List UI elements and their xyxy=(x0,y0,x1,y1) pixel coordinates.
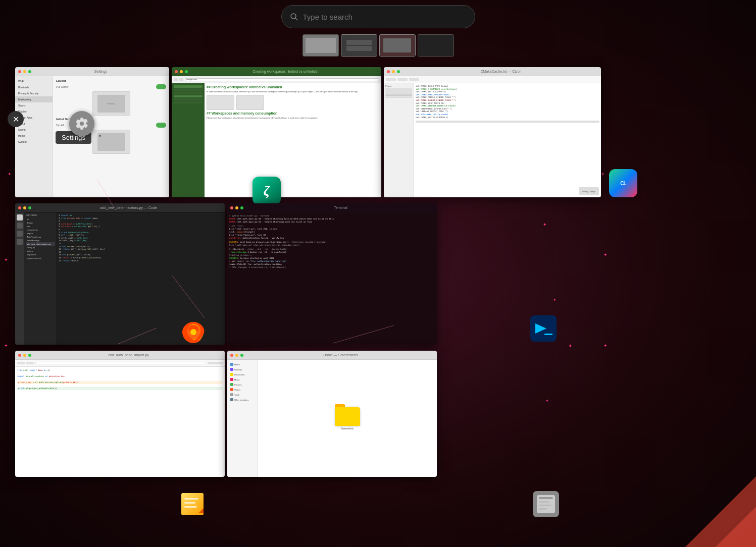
workspace-thumb-1[interactable] xyxy=(303,34,339,57)
settings-preview-image: Preview xyxy=(92,91,130,116)
ide-editor: set(CMAKE_BUILD_TYPE Debug) set(CMAKE_C_… xyxy=(414,83,601,197)
vscode-debug-icon xyxy=(17,239,23,245)
window-min-dot xyxy=(180,70,183,73)
window-min-dot xyxy=(392,70,395,73)
window-close-dot xyxy=(18,70,21,73)
settings-nav-bluetooth[interactable]: Bluetooth xyxy=(15,84,53,90)
powershell-app-icon[interactable] xyxy=(530,315,557,342)
docs-text-2: Please note that workspaces tabs that ar… xyxy=(207,117,379,120)
window-title-filemanager: Home — Screenshots xyxy=(247,353,434,357)
filemanager-trash[interactable]: Trash xyxy=(229,392,255,397)
settings-nav-multitasking[interactable]: Multitasking xyxy=(15,96,53,102)
windows-grid: Settings Wi-Fi Bluetooth Privacy & Secur… xyxy=(0,63,756,547)
window-min-dot xyxy=(23,206,26,209)
window-max-dot xyxy=(240,354,243,357)
vscode-activity-bar xyxy=(15,212,24,345)
window-title-settings: Settings xyxy=(35,70,166,73)
ide-bottom-bar: Debug Configs xyxy=(579,187,599,195)
window-max-dot xyxy=(28,354,31,357)
terminal-content: $ python test_runner.py --verbose ERROR … xyxy=(227,212,437,345)
settings-nav-privacy[interactable]: Privacy & Security xyxy=(15,90,53,96)
docs-image-2 xyxy=(236,95,264,110)
clion-icon-text: CL xyxy=(620,181,626,186)
settings-title: Layout xyxy=(56,79,166,82)
window-close-dot xyxy=(230,354,233,357)
vscode-explorer-icon xyxy=(17,214,23,221)
docs-heading-1: ## Creating workspaces: limited vs unlim… xyxy=(207,85,379,89)
workspace-thumb-4[interactable] xyxy=(418,34,454,57)
settings-nav-system[interactable]: System xyxy=(15,139,53,145)
window-close-dot xyxy=(230,206,233,209)
window-max-dot xyxy=(28,70,31,73)
window-terminal[interactable]: Terminal $ python test_runner.py --verbo… xyxy=(227,203,437,345)
filemanager-pictures[interactable]: Pictures xyxy=(229,382,255,387)
filemanager-desktop[interactable]: Desktop xyxy=(229,367,255,372)
filemanager-other[interactable]: Other Locations xyxy=(229,397,255,402)
filemanager-home[interactable]: Home xyxy=(229,362,255,367)
window-min-dot xyxy=(235,354,238,357)
window-filemanager[interactable]: Home — Screenshots Home Desktop Document… xyxy=(227,351,437,477)
docs-image-1 xyxy=(207,95,234,110)
filemanager-sidebar: Home Desktop Documents Music xyxy=(227,360,258,477)
filemanager-music[interactable]: Music xyxy=(229,377,255,382)
settings-toggle-origin[interactable] xyxy=(156,123,166,128)
window-title-ide-top: CMakeCache.txt — CLion xyxy=(404,70,598,73)
settings-origin-label: Top-left xyxy=(56,124,64,127)
close-icon: ✕ xyxy=(13,115,19,124)
vscode-git-icon xyxy=(17,231,23,237)
svg-rect-24 xyxy=(539,505,551,506)
settings-content: Layout Full Corner Preview Initial Scree… xyxy=(53,76,169,197)
workspace-thumb-2[interactable] xyxy=(341,34,377,57)
search-bar[interactable] xyxy=(281,5,475,28)
vscode-search-icon xyxy=(17,223,23,229)
filemanager-main-content: Screenshots xyxy=(258,360,437,477)
window-ide-top[interactable]: CMakeCache.txt — CLion Project xyxy=(384,67,601,197)
window-title-docs: Creating workspaces: limited vs unlimite… xyxy=(192,70,378,73)
svg-rect-17 xyxy=(184,498,198,500)
search-input[interactable] xyxy=(303,13,467,21)
window-close-button[interactable]: ✕ xyxy=(8,111,24,127)
settings-nav-sound[interactable]: Sound xyxy=(15,127,53,133)
settings-nav-wifi[interactable]: Wi-Fi xyxy=(15,78,53,84)
window-close-dot xyxy=(18,354,21,357)
window-min-dot xyxy=(23,354,26,357)
settings-nav-search[interactable]: Search xyxy=(15,102,53,108)
zeta-browser-icon[interactable]: ζ xyxy=(253,177,281,205)
filemanager-videos[interactable]: Videos xyxy=(229,387,255,392)
filemanager-folder-icon xyxy=(335,407,360,426)
settings-preview-origin xyxy=(92,130,130,154)
window-title-terminal: Terminal xyxy=(247,206,434,209)
settings-gear-icon xyxy=(69,111,94,136)
workspace-thumb-3[interactable] xyxy=(379,34,416,57)
docs-heading-2: ## Workspaces and memory consumption xyxy=(207,112,379,115)
window-max-dot xyxy=(240,206,243,209)
window-title-vscode: add_new_determinators.py — Code xyxy=(35,206,222,209)
ide-sidebar: Project xyxy=(384,83,414,197)
vscode-file-explorer: Explorer src design utils components hel… xyxy=(24,212,57,345)
window-code-bottom[interactable]: edit_auth_base_import.py from auth impor… xyxy=(15,351,225,477)
svg-rect-18 xyxy=(184,502,195,504)
code-bottom-editor: from auth import base as al import os.pa… xyxy=(15,367,225,477)
clion-app-icon[interactable]: CL xyxy=(609,169,637,197)
window-close-dot xyxy=(387,70,390,73)
stickynotes-app-icon[interactable] xyxy=(179,491,208,519)
svg-point-11 xyxy=(190,329,196,335)
svg-rect-23 xyxy=(539,501,549,503)
svg-rect-25 xyxy=(539,508,547,510)
window-max-dot xyxy=(28,206,31,209)
settings-nav-home[interactable]: Home xyxy=(15,133,53,139)
settings-toggle-full-corner[interactable] xyxy=(156,84,166,89)
settings-sidebar: Wi-Fi Bluetooth Privacy & Security Multi… xyxy=(15,76,53,197)
firefox-app-icon[interactable] xyxy=(179,318,208,346)
window-settings[interactable]: Settings Wi-Fi Bluetooth Privacy & Secur… xyxy=(15,67,169,197)
zeta-icon-symbol: ζ xyxy=(264,183,270,199)
filemanager-folder-label: Screenshots xyxy=(341,427,354,430)
search-container xyxy=(281,5,475,28)
search-icon xyxy=(290,13,298,21)
filemanager-documents[interactable]: Documents xyxy=(229,372,255,377)
svg-point-2 xyxy=(291,14,296,19)
docs-text-1: In order to create a new workspace, wher… xyxy=(207,90,379,93)
window-max-dot xyxy=(185,70,188,73)
svg-rect-14 xyxy=(544,334,552,335)
files-app-icon[interactable] xyxy=(533,491,559,519)
